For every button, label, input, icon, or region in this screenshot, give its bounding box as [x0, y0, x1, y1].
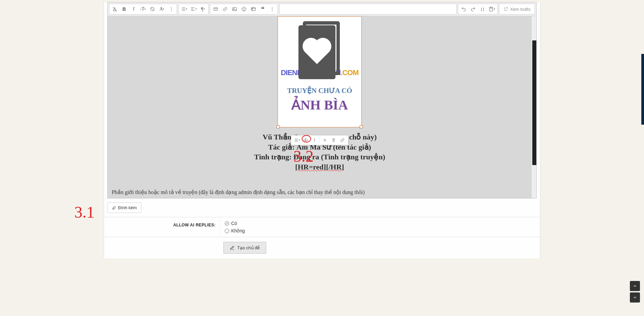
svg-point-8: [314, 138, 315, 139]
more-insert-button[interactable]: ⋮: [267, 4, 277, 14]
svg-point-6: [244, 8, 245, 9]
attach-label: Đính kèm: [118, 205, 137, 210]
font-size-button[interactable]: тT▾: [138, 4, 148, 14]
allow-ai-yes-option[interactable]: Có: [225, 221, 535, 226]
remove-format-button[interactable]: [110, 4, 119, 14]
cover-line2: ẢNH BÌA: [291, 97, 348, 113]
radio-unchecked-icon: [225, 229, 229, 233]
toolbar-spacer: [279, 4, 457, 14]
img-align-button[interactable]: ▾: [293, 136, 301, 144]
option-no-label: Không: [231, 228, 245, 233]
img-info-button[interactable]: [311, 136, 318, 144]
submit-label: Tạo chủ đề: [237, 245, 260, 250]
bbcode-toggle-button[interactable]: [ ]: [478, 4, 487, 14]
emoji-button[interactable]: [239, 4, 249, 14]
divider: [320, 137, 320, 143]
image-button[interactable]: [230, 4, 239, 14]
story-hr-line: [HR=red][/HR]: [108, 162, 532, 172]
editor-toolbar: B I тT▾ A▾ ⋮ ▾ ▾ ¶▾: [108, 2, 536, 16]
italic-button[interactable]: I: [129, 4, 138, 14]
preview-button[interactable]: Xem trước: [499, 4, 535, 14]
save-draft-button[interactable]: ▾: [487, 4, 497, 14]
img-delete-button[interactable]: [330, 136, 337, 144]
allow-ai-no-option[interactable]: Không: [225, 228, 535, 233]
image-float-toolbar: ▾: [291, 135, 349, 145]
submit-row: Tạo chủ đề: [104, 237, 540, 258]
scrollbar-thumb[interactable]: [532, 40, 536, 165]
link-button[interactable]: [220, 4, 230, 14]
svg-rect-7: [251, 7, 255, 10]
cover-line1: TRUYỆN CHƯA CÓ: [287, 87, 352, 95]
radio-checked-icon: [225, 221, 229, 226]
toolbar-group-format: B I тT▾ A▾ ⋮: [109, 4, 177, 14]
rich-text-editor: B I тT▾ A▾ ⋮ ▾ ▾ ¶▾: [107, 2, 537, 198]
list-button[interactable]: ▾: [179, 4, 189, 14]
media-button[interactable]: [249, 4, 258, 14]
attach-button[interactable]: Đính kèm: [107, 202, 141, 213]
paragraph-button[interactable]: ¶▾: [198, 4, 208, 14]
more-format-button[interactable]: ⋮: [167, 4, 176, 14]
redo-button[interactable]: [468, 4, 478, 14]
preview-label: Xem trước: [510, 7, 531, 12]
allow-ai-field: Có Không: [220, 217, 540, 237]
attach-row: Đính kèm: [104, 198, 540, 217]
toolbar-group-history: [ ] ▾: [458, 4, 498, 14]
insert-link-icon[interactable]: [211, 4, 220, 14]
toolbar-group-insert: ❝ ⋮: [210, 4, 278, 14]
allow-ai-row: Allow AI replies: Có Không: [104, 217, 540, 237]
book-heart-icon: [298, 18, 342, 82]
editor-container: B I тT▾ A▾ ⋮ ▾ ▾ ¶▾: [104, 2, 540, 258]
quote-button[interactable]: ❝: [258, 4, 267, 14]
bold-button[interactable]: B: [119, 4, 129, 14]
right-side-tab[interactable]: [641, 54, 644, 125]
story-status-line: Tình trạng: Đang ra (Tình trạng truyện): [108, 152, 532, 162]
svg-point-5: [243, 8, 243, 9]
editor-content-area[interactable]: DIENDANTRUYEN.COM TRUYỆN CHƯA CÓ ẢNH BÌA…: [108, 16, 536, 198]
img-link-button[interactable]: [339, 136, 346, 144]
toolbar-group-paragraph: ▾ ▾ ¶▾: [178, 4, 209, 14]
strike-button[interactable]: [148, 4, 157, 14]
annotation-31: 3.1: [74, 203, 95, 221]
option-yes-label: Có: [231, 221, 237, 226]
img-move-button[interactable]: [302, 136, 310, 144]
create-topic-button[interactable]: Tạo chủ đề: [223, 242, 266, 254]
undo-button[interactable]: [459, 4, 468, 14]
editor-scrollbar[interactable]: [532, 16, 536, 198]
align-button[interactable]: ▾: [189, 4, 198, 14]
svg-point-4: [242, 7, 246, 11]
cover-placeholder-image[interactable]: DIENDANTRUYEN.COM TRUYỆN CHƯA CÓ ẢNH BÌA: [278, 16, 362, 127]
story-description: Phần giới thiệu hoặc mô tả về truyện (đâ…: [108, 172, 532, 198]
allow-ai-label: Allow AI replies:: [104, 217, 220, 237]
img-replace-button[interactable]: [321, 136, 329, 144]
text-color-button[interactable]: A▾: [157, 4, 167, 14]
